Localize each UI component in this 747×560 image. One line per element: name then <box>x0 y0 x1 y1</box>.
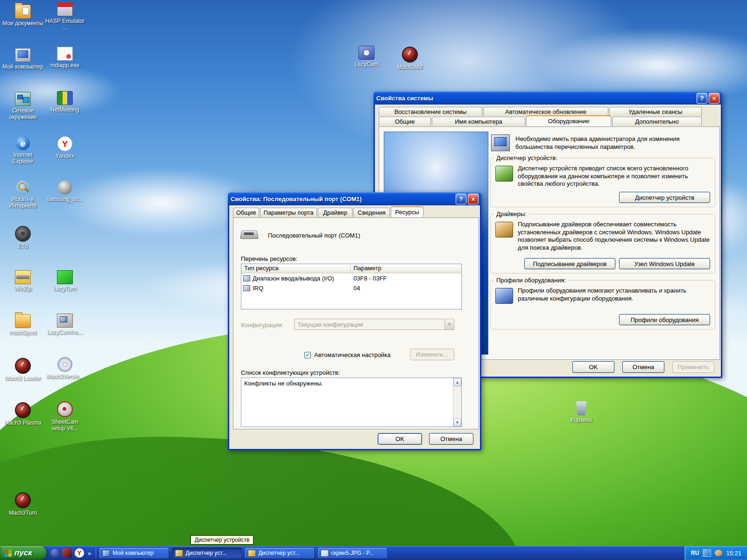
desktop-icon-et6[interactable]: ET6 <box>2 226 44 250</box>
tab-automatic-updates[interactable]: Автоматическое обновление <box>483 107 608 116</box>
task-image-viewer[interactable]: скрин5.JPG - P... <box>317 547 388 559</box>
desktop-icon-label: Корзина <box>571 417 592 424</box>
help-button[interactable]: ? <box>697 93 707 104</box>
desktop-icon-lazycam-installer[interactable]: LazyCamIns... <box>44 314 86 336</box>
desktop-icon-lazyturn[interactable]: LazyTurn <box>44 270 86 293</box>
dropdown-arrow-icon: ▼ <box>444 319 454 329</box>
desktop-icon-search-internet[interactable]: Искать в Интернете <box>2 181 44 210</box>
quicklaunch-browser-icon[interactable] <box>50 548 60 558</box>
quicklaunch-yandex-icon[interactable]: Y <box>75 548 84 558</box>
desktop-icon-my-documents[interactable]: Мои документы <box>2 5 44 27</box>
resource-row-io[interactable]: Диапазон ввода/вывода (I/O) 03F8 - 03FF <box>241 273 461 283</box>
tab-hardware[interactable]: Оборудование <box>526 115 611 126</box>
resource-row-irq[interactable]: IRQ 04 <box>241 283 461 293</box>
start-label: пуск <box>14 548 32 558</box>
tab-system-restore[interactable]: Восстановление системы <box>379 107 482 116</box>
tab-remote[interactable]: Удаленные сеансы <box>609 107 702 116</box>
yandex-icon: Y <box>57 136 72 151</box>
close-button[interactable]: × <box>709 93 719 104</box>
conflicts-text: Конфликты не обнаружены. <box>244 380 450 387</box>
quicklaunch-overflow-chevron[interactable]: » <box>87 550 92 557</box>
internet-explorer-icon: e <box>16 136 30 150</box>
desktop-icon-yandex[interactable]: Y Yandex <box>44 136 86 160</box>
auto-config-label: Автоматическая настройка <box>314 351 391 358</box>
desktop-icon-recycle-bin[interactable]: Корзина <box>560 401 602 424</box>
ok-button[interactable]: OK <box>378 433 422 445</box>
driver-signing-button[interactable]: Подписывание драйверов <box>524 258 615 269</box>
desktop-icon-lazycam[interactable]: LazyCam <box>345 46 388 68</box>
desktop-icon-mach3post[interactable]: mach3post <box>2 314 44 336</box>
device-manager-button[interactable]: Диспетчер устройств <box>619 192 710 203</box>
change-setting-button: Изменить... <box>410 349 454 360</box>
scroll-up-button[interactable]: ▲ <box>453 378 461 386</box>
ok-button[interactable]: OK <box>572 361 614 373</box>
desktop-icon-label: Мой компьютер <box>2 64 43 70</box>
help-button[interactable]: ? <box>456 194 466 204</box>
hardware-profiles-icon <box>495 288 513 304</box>
auto-config-checkbox[interactable]: ✓ <box>304 352 311 358</box>
desktop-icon-mach3-loader[interactable]: Mach3 Loader <box>2 358 44 382</box>
configuration-value: Текущая конфигурация <box>297 321 363 328</box>
start-button[interactable]: пуск <box>0 546 47 560</box>
resource-list: Тип ресурса Параметр Диапазон ввода/выво… <box>241 264 462 309</box>
desktop-icon-sheetcam-setup[interactable]: SheetCam setup V6... <box>44 401 86 432</box>
quick-launch: Y » <box>47 547 96 559</box>
tray-display-icon[interactable] <box>703 549 711 557</box>
hardware-profiles-button[interactable]: Профили оборудования <box>619 314 710 325</box>
cancel-button[interactable]: Отмена <box>429 433 473 445</box>
desktop-icon-mach3version[interactable]: Mach3Versio... <box>44 357 86 380</box>
desktop-icon-label: Mach3 Plasma <box>4 420 41 427</box>
desktop-icon-samsung[interactable]: samsung_sc... <box>44 181 86 203</box>
com1-dialog-buttons: OK Отмена <box>378 433 473 445</box>
cancel-button[interactable]: Отмена <box>622 361 664 373</box>
device-name: Последовательный порт (COM1) <box>268 232 360 239</box>
desktop-icon-mach3mill[interactable]: Mach3Mill <box>389 47 431 71</box>
conflicts-scrollbar[interactable]: ▲ ▼ <box>453 378 461 427</box>
device-manager-icon <box>248 550 256 557</box>
desktop-icon-mach3turn[interactable]: Mach3Turn <box>2 492 44 517</box>
resource-icon <box>243 285 250 291</box>
desktop-icon-label: samsung_sc... <box>47 196 83 203</box>
taskbar-clock[interactable]: 15:21 <box>726 550 741 557</box>
desktop-icon-mdiapp[interactable]: mdiapp.exe <box>44 47 86 69</box>
task-device-manager-1[interactable]: Диспетчер уст... <box>172 547 242 559</box>
admin-note: Необходимо иметь права администратора дл… <box>515 135 716 151</box>
installer-icon <box>57 314 73 328</box>
com1-tabs: Общие Параметры порта Драйвер Сведения Р… <box>233 208 424 217</box>
system-properties-titlebar[interactable]: Свойства системы ? × <box>374 91 722 105</box>
desktop-icon-network-places[interactable]: Сетевое окружение <box>2 92 44 121</box>
tab-general[interactable]: Общие <box>233 208 259 217</box>
help-glyph: ? <box>700 95 704 102</box>
tab-port-settings[interactable]: Параметры порта <box>260 208 317 217</box>
tab-driver[interactable]: Драйвер <box>318 208 352 217</box>
windows-flag-icon <box>5 549 12 557</box>
scroll-down-button[interactable]: ▼ <box>453 418 461 427</box>
drivers-text: Подписывание драйверов обеспечивает совм… <box>518 221 710 252</box>
tab-resources[interactable]: Ресурсы <box>391 206 423 217</box>
task-my-computer[interactable]: Мой компьютер <box>99 547 169 559</box>
desktop-icon-winzip[interactable]: WinZip <box>2 270 44 293</box>
tab-details[interactable]: Сведения <box>353 208 390 217</box>
tab-computer-name[interactable]: Имя компьютера <box>432 117 525 126</box>
desktop-icon-hasp-emulator[interactable]: HASP Emulator ... <box>44 2 86 31</box>
windows-update-button[interactable]: Узел Windows Update <box>619 258 710 269</box>
task-device-manager-2[interactable]: Диспетчер уст... <box>245 547 315 559</box>
quicklaunch-media-icon[interactable] <box>63 548 72 558</box>
close-button[interactable]: × <box>468 194 479 204</box>
tray-status-icon[interactable] <box>715 550 722 556</box>
desktop-icon-label: Сетевое окружение <box>2 108 43 121</box>
desktop-icon-mach3-plasma[interactable]: Mach3 Plasma <box>2 402 44 427</box>
desktop-icon-label: mach3post <box>9 330 37 336</box>
desktop-icon-netmeeting[interactable]: NetMeeting <box>44 91 86 113</box>
tab-general[interactable]: Общие <box>379 117 431 126</box>
desktop-icon-my-computer[interactable]: Мой компьютер <box>2 48 44 70</box>
column-resource-type[interactable]: Тип ресурса <box>241 264 351 273</box>
driver-signing-icon <box>495 222 513 238</box>
sheetcam-icon <box>57 401 73 417</box>
desktop-icon-label: ET6 <box>18 244 28 250</box>
tab-advanced[interactable]: Дополнительно <box>612 117 702 126</box>
language-indicator[interactable]: RU <box>691 550 699 556</box>
column-setting[interactable]: Параметр <box>351 264 461 273</box>
com1-properties-titlebar[interactable]: Свойства: Последовательный порт (COM1) ?… <box>228 192 481 205</box>
desktop-icon-internet-explorer[interactable]: e Internet Explorer <box>2 136 44 165</box>
